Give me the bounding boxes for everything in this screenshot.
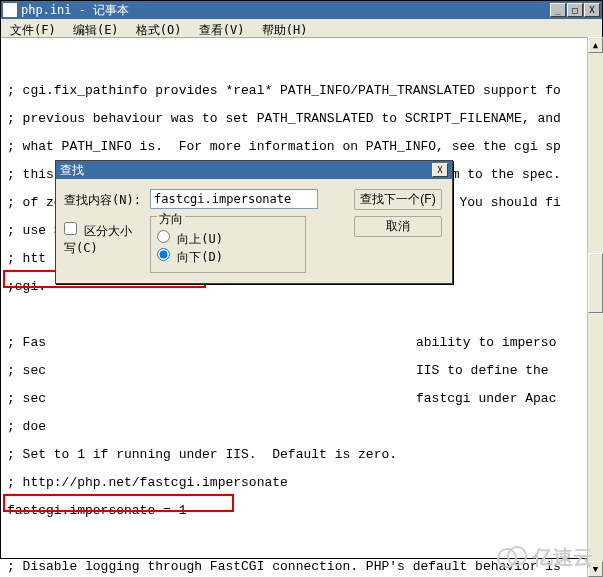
scroll-up-button[interactable]: ▲ [588,37,603,53]
text-line: ; cgi.fix_pathinfo provides *real* PATH_… [7,84,600,98]
text-line: ; what PATH_INFO is. For more informatio… [7,140,600,154]
radio-up[interactable]: 向上(U) [157,230,223,248]
text-line [7,56,600,70]
match-case-input[interactable] [64,222,77,235]
text-area[interactable]: ; cgi.fix_pathinfo provides *real* PATH_… [1,38,602,558]
text-line: ; Set to 1 if running under IIS. Default… [7,448,600,462]
direction-legend: 方向 [157,211,185,228]
window-title: php.ini - 记事本 [21,2,550,19]
find-dialog: 查找 X 查找内容(N): 查找下一个(F) 区分大小写(C) 方向 向上(U)… [55,160,453,284]
vertical-scrollbar[interactable]: ▲ ▼ [587,37,603,577]
titlebar[interactable]: php.ini - 记事本 _ □ X [1,1,602,19]
text-line: ; Fasability to imperso [7,336,600,350]
text-line [7,308,600,322]
maximize-button[interactable]: □ [567,3,583,17]
dialog-title: 查找 [60,162,432,179]
match-case-checkbox[interactable]: 区分大小写(C) [64,224,132,255]
direction-group: 方向 向上(U) 向下(D) [150,216,306,273]
scroll-thumb[interactable] [588,253,603,313]
find-label: 查找内容(N): [64,189,144,209]
cancel-button[interactable]: 取消 [354,216,442,237]
text-line: ; secIIS to define the [7,364,600,378]
menubar: 文件(F) 编辑(E) 格式(O) 查看(V) 帮助(H) [1,19,602,38]
minimize-button[interactable]: _ [550,3,566,17]
text-line: ; doe [7,420,600,434]
text-line: ; previous behaviour was to set PATH_TRA… [7,112,600,126]
highlight-rfc2616-headers [3,494,234,512]
close-button[interactable]: X [584,3,600,17]
cloud-icon [497,546,527,564]
text-line: ; secfastcgi under Apac [7,392,600,406]
find-next-button[interactable]: 查找下一个(F) [354,189,442,210]
dialog-close-button[interactable]: X [432,163,448,177]
find-input[interactable] [150,189,318,209]
watermark: 亿速云 [497,544,593,571]
watermark-text: 亿速云 [533,546,593,568]
radio-down[interactable]: 向下(D) [157,248,223,266]
dialog-titlebar[interactable]: 查找 X [56,161,452,179]
text-line: ; http://php.net/fastcgi.impersonate [7,476,600,490]
app-icon [3,3,17,17]
